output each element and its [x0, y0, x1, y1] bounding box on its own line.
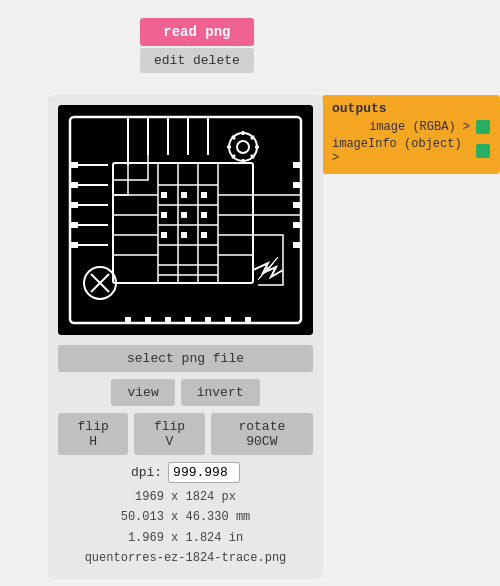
dpi-label: dpi:	[131, 465, 162, 480]
node-title: read png	[140, 18, 254, 46]
svg-rect-65	[165, 317, 171, 323]
outputs-panel: outputs image (RGBA) > imageInfo (object…	[322, 95, 500, 174]
svg-rect-56	[181, 232, 187, 238]
svg-rect-69	[245, 317, 251, 323]
output-image-label: image (RGBA) >	[369, 120, 470, 134]
svg-rect-60	[293, 202, 301, 208]
read-png-node: read png edit delete	[140, 18, 254, 73]
output-row-image: image (RGBA) >	[332, 120, 490, 134]
svg-rect-54	[201, 212, 207, 218]
flip-rotate-row: flip H flip V rotate 90CW	[58, 413, 313, 455]
info-block: 1969 x 1824 px 50.013 x 46.330 mm 1.969 …	[58, 487, 313, 569]
svg-rect-59	[293, 182, 301, 188]
svg-rect-62	[293, 242, 301, 248]
svg-rect-0	[58, 105, 313, 335]
output-imageinfo-label: imageInfo (object) >	[332, 137, 470, 165]
invert-button[interactable]: invert	[181, 379, 260, 406]
info-in: 1.969 x 1.824 in	[58, 528, 313, 548]
dpi-row: dpi:	[58, 462, 313, 483]
svg-rect-64	[145, 317, 151, 323]
info-mm: 50.013 x 46.330 mm	[58, 507, 313, 527]
output-image-connector[interactable]	[476, 120, 490, 134]
svg-rect-53	[181, 212, 187, 218]
output-row-imageinfo: imageInfo (object) >	[332, 137, 490, 165]
svg-rect-49	[161, 192, 167, 198]
svg-rect-58	[293, 162, 301, 168]
output-imageinfo-connector[interactable]	[476, 144, 490, 158]
svg-rect-22	[70, 202, 78, 208]
svg-rect-66	[185, 317, 191, 323]
svg-rect-67	[205, 317, 211, 323]
svg-rect-55	[161, 232, 167, 238]
flipv-button[interactable]: flip V	[134, 413, 204, 455]
info-px: 1969 x 1824 px	[58, 487, 313, 507]
svg-rect-20	[70, 162, 78, 168]
outputs-label: outputs	[332, 101, 490, 116]
svg-rect-21	[70, 182, 78, 188]
svg-rect-50	[181, 192, 187, 198]
pcb-svg	[58, 105, 313, 335]
info-filename: quentorres-ez-1824-trace.png	[58, 548, 313, 568]
main-card: select png file view invert flip H flip …	[48, 95, 323, 579]
svg-rect-24	[70, 242, 78, 248]
pcb-preview	[58, 105, 313, 335]
svg-rect-23	[70, 222, 78, 228]
node-edit-delete[interactable]: edit delete	[140, 48, 254, 73]
svg-rect-63	[125, 317, 131, 323]
select-btn-row: select png file	[58, 345, 313, 372]
rotate-button[interactable]: rotate 90CW	[211, 413, 313, 455]
svg-rect-61	[293, 222, 301, 228]
select-png-button[interactable]: select png file	[58, 345, 313, 372]
fliph-button[interactable]: flip H	[58, 413, 128, 455]
svg-rect-57	[201, 232, 207, 238]
dpi-input[interactable]	[168, 462, 240, 483]
view-invert-row: view invert	[58, 379, 313, 406]
svg-rect-52	[161, 212, 167, 218]
svg-rect-68	[225, 317, 231, 323]
svg-rect-51	[201, 192, 207, 198]
view-button[interactable]: view	[111, 379, 174, 406]
